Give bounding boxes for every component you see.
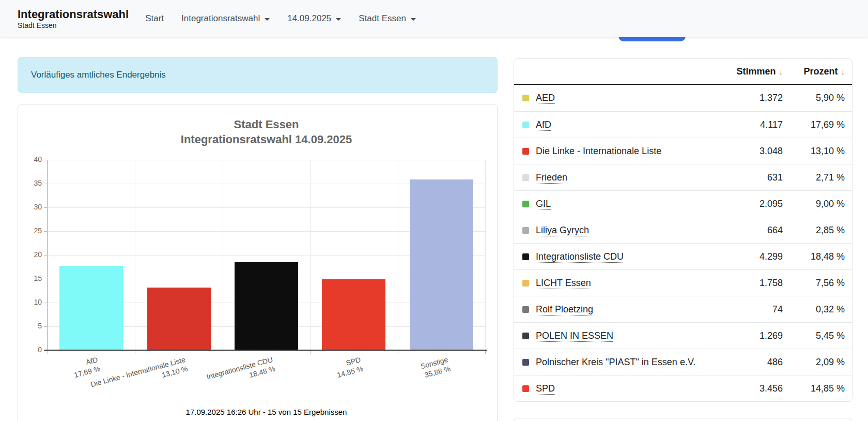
- results-table-body: AED1.3725,90 %AfD4.11717,69 %Die Linke -…: [514, 85, 852, 401]
- party-color-swatch: [522, 280, 529, 287]
- party-color-swatch: [522, 385, 529, 392]
- stimmen-value: 1.269: [716, 330, 783, 341]
- nav-dropdown-date[interactable]: 14.09.2025: [287, 13, 341, 24]
- y-axis-tick-label: 20: [18, 250, 42, 259]
- stimmen-value: 3.048: [716, 146, 783, 157]
- prozent-value: 5,45 %: [787, 330, 845, 341]
- x-tick: [485, 351, 486, 354]
- party-color-swatch: [522, 227, 529, 234]
- party-color-swatch: [522, 122, 529, 128]
- party-link[interactable]: AED: [536, 93, 555, 103]
- table-row: AED1.3725,90 %: [514, 85, 852, 111]
- table-row: Integrationsliste CDU4.29918,48 %: [514, 243, 852, 269]
- main-nav: Start Integrationsratswahl 14.09.2025 St…: [145, 13, 416, 24]
- x-gridline: [223, 160, 223, 350]
- nav-item-label: Stadt Essen: [359, 13, 406, 24]
- party-link[interactable]: Liliya Gyrych: [536, 225, 589, 236]
- app-brand: Integrationsratswahl Stadt Essen: [18, 7, 129, 30]
- party-link[interactable]: Integrationsliste CDU: [536, 251, 624, 262]
- nav-dropdown-election[interactable]: Integrationsratswahl: [181, 13, 270, 24]
- x-tick: [135, 351, 135, 354]
- party-link[interactable]: Rolf Ploetzing: [536, 304, 593, 315]
- prozent-value: 18,48 %: [787, 251, 845, 262]
- status-alert: Vorläufiges amtliches Endergebnis: [18, 57, 498, 93]
- party-color-swatch: [522, 306, 529, 313]
- x-gridline: [135, 160, 135, 350]
- stimmen-value: 2.095: [716, 199, 783, 209]
- bar-SPD[interactable]: [322, 279, 385, 350]
- x-axis-category-label: AfD17,69 %: [71, 355, 101, 380]
- page-title: Integrationsratswahl: [18, 7, 129, 21]
- stimmen-value: 3.456: [716, 383, 783, 394]
- column-header-stimmen[interactable]: Stimmen↓: [716, 66, 783, 77]
- table-row: Rolf Ploetzing740,32 %: [514, 296, 852, 322]
- x-gridline: [310, 160, 311, 350]
- page-subtitle: Stadt Essen: [18, 21, 129, 30]
- prozent-value: 7,56 %: [787, 278, 845, 289]
- party-color-swatch: [522, 333, 529, 339]
- chart-title-line1: Stadt Essen: [48, 117, 485, 132]
- x-tick: [398, 351, 398, 354]
- y-axis-tick-label: 25: [18, 227, 42, 235]
- table-row: LICHT Essen1.7587,56 %: [514, 269, 852, 296]
- y-axis-tick-label: 35: [18, 179, 42, 187]
- y-axis-line: [47, 160, 48, 350]
- x-tick: [223, 351, 223, 354]
- table-row: AfD4.11717,69 %: [514, 111, 852, 138]
- table-row: Frieden6312,71 %: [514, 164, 852, 190]
- prozent-value: 2,09 %: [787, 357, 845, 368]
- table-row: Polnischer Kreis "PIAST" in Essen e.V.48…: [514, 349, 852, 375]
- party-color-swatch: [522, 148, 529, 155]
- chevron-down-icon: [265, 18, 270, 21]
- party-link[interactable]: LICHT Essen: [536, 278, 591, 289]
- column-header-label: Stimmen: [736, 66, 776, 77]
- prozent-value: 14,85 %: [787, 383, 845, 394]
- x-axis-line: [44, 350, 487, 351]
- stimmen-value: 74: [716, 304, 783, 315]
- next-card-top-edge: [514, 418, 853, 421]
- stimmen-value: 1.758: [716, 278, 783, 289]
- bar-Integrationsliste CDU[interactable]: [235, 262, 298, 350]
- party-link[interactable]: Die Linke - Internationale Liste: [536, 146, 661, 157]
- prozent-value: 9,00 %: [787, 199, 845, 209]
- nav-item-label: Start: [145, 13, 164, 24]
- party-link[interactable]: AfD: [536, 119, 551, 130]
- stimmen-value: 4.117: [716, 119, 783, 130]
- party-color-swatch: [522, 95, 529, 101]
- bar-Sonstige[interactable]: [410, 179, 473, 350]
- table-row: POLEN IN ESSEN1.2695,45 %: [514, 322, 852, 349]
- x-gridline: [48, 160, 48, 350]
- chart-title-line2: Integrationsratswahl 14.09.2025: [48, 132, 485, 147]
- party-color-swatch: [522, 201, 529, 207]
- x-axis-category-label: Die Linke - Internationale Liste13,10 %: [89, 355, 189, 398]
- table-row: SPD3.45614,85 %: [514, 375, 852, 401]
- sort-descending-icon: ↓: [841, 67, 845, 76]
- nav-item-start[interactable]: Start: [145, 13, 164, 24]
- bar-Die Linke - Internationale Liste[interactable]: [147, 288, 211, 350]
- y-axis-tick-label: 5: [18, 322, 42, 330]
- nav-dropdown-area[interactable]: Stadt Essen: [359, 13, 416, 24]
- party-link[interactable]: Frieden: [536, 172, 567, 183]
- y-gridline: [48, 160, 485, 160]
- column-header-prozent[interactable]: Prozent↓: [787, 66, 845, 77]
- stimmen-value: 664: [716, 225, 783, 236]
- x-gridline: [398, 160, 398, 350]
- chart-card: Stadt Essen Integrationsratswahl 14.09.2…: [18, 104, 498, 421]
- table-row: Die Linke - Internationale Liste3.04813,…: [514, 138, 852, 164]
- party-link[interactable]: POLEN IN ESSEN: [536, 330, 613, 341]
- y-axis-tick-label: 30: [18, 203, 42, 211]
- stimmen-value: 1.372: [716, 93, 783, 103]
- chevron-down-icon: [336, 18, 341, 21]
- column-header-label: Prozent: [803, 66, 838, 77]
- x-tick: [48, 351, 48, 354]
- stimmen-value: 4.299: [716, 251, 783, 262]
- chart-caption: 17.09.2025 16:26 Uhr - 15 von 15 Ergebni…: [48, 408, 485, 416]
- party-link[interactable]: SPD: [536, 383, 555, 394]
- bar-AfD[interactable]: [59, 266, 123, 350]
- party-link[interactable]: GIL: [536, 199, 551, 209]
- party-link[interactable]: Polnischer Kreis "PIAST" in Essen e.V.: [536, 357, 695, 368]
- results-table-header: Stimmen↓ Prozent↓: [514, 59, 852, 85]
- x-axis-category-label: SPD14,85 %: [333, 355, 364, 380]
- x-tick: [310, 351, 311, 354]
- chevron-down-icon: [411, 18, 416, 21]
